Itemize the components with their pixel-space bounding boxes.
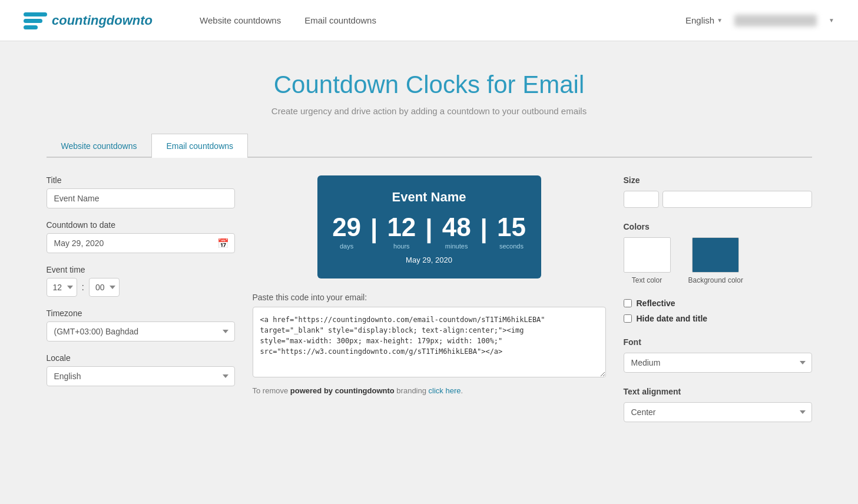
right-panel: Size Colors Text color Background color <box>624 175 812 436</box>
locale-select[interactable]: English French Spanish German <box>47 366 235 386</box>
svg-rect-0 <box>24 12 47 16</box>
reflective-checkbox-item: Reflective <box>624 299 812 308</box>
size-height-input[interactable] <box>662 191 812 208</box>
hour-select[interactable]: 12 1234 5678 91011 <box>47 278 77 297</box>
chevron-down-icon: ▼ <box>717 17 723 24</box>
event-time-group: Event time 12 1234 5678 91011 : 00153045 <box>47 265 235 297</box>
countdown-hours: 12 hours <box>380 214 423 250</box>
svg-rect-2 <box>24 25 38 29</box>
locale-group: Locale English French Spanish German <box>47 353 235 386</box>
language-dropdown[interactable]: English ▼ <box>685 15 723 25</box>
reflective-checkbox[interactable] <box>624 299 632 307</box>
font-section: Font Small Medium Large <box>624 337 812 373</box>
code-label: Paste this code into your email: <box>253 293 606 302</box>
reflective-label[interactable]: Reflective <box>637 299 675 308</box>
branding-note: To remove powered by countingdownto bran… <box>253 386 606 395</box>
countdown-preview: Event Name 29 days | 12 hours | 48 minut… <box>317 175 541 278</box>
hero-subtitle: Create urgency and drive action by addin… <box>12 106 846 116</box>
language-label: English <box>685 15 714 25</box>
svg-rect-1 <box>24 19 42 23</box>
tab-email-countdowns[interactable]: Email countdowns <box>151 134 248 158</box>
logo-text: countingdownto <box>52 13 153 28</box>
alignment-section: Text alignment Left Center Right <box>624 387 812 422</box>
countdown-date: May 29, 2020 <box>335 256 524 264</box>
nav-email-countdowns[interactable]: Email countdowns <box>304 15 376 25</box>
hide-date-checkbox[interactable] <box>624 314 632 323</box>
timezone-select[interactable]: (GMT+03:00) Baghdad (GMT+00:00) UTC (GMT… <box>47 321 235 341</box>
colors-label: Colors <box>624 222 812 231</box>
left-panel: Title Countdown to date 📅 Event time 12 … <box>47 175 235 436</box>
sep-3: | <box>481 214 488 241</box>
branding-link[interactable]: click here <box>429 386 461 395</box>
title-label: Title <box>47 175 235 185</box>
sep-1: | <box>370 214 377 241</box>
title-input[interactable] <box>47 188 235 208</box>
time-inputs: 12 1234 5678 91011 : 00153045 <box>47 278 235 297</box>
size-width-input[interactable] <box>624 191 659 208</box>
colors-section: Colors Text color Background color <box>624 222 812 284</box>
code-section: Paste this code into your email: <a href… <box>253 293 606 395</box>
text-color-group: Text color <box>624 237 671 284</box>
sep-2: | <box>425 214 432 241</box>
locale-label: Locale <box>47 353 235 363</box>
countdown-numbers: 29 days | 12 hours | 48 minutes | 15 sec… <box>335 214 524 250</box>
text-color-swatch[interactable] <box>624 237 671 273</box>
tab-website-countdowns[interactable]: Website countdowns <box>47 134 152 158</box>
date-label: Countdown to date <box>47 220 235 230</box>
hero-section: Countdown Clocks for Email Create urgenc… <box>0 41 858 134</box>
text-color-label: Text color <box>632 276 662 284</box>
header-right: English ▼ ▼ <box>685 15 834 26</box>
align-label: Text alignment <box>624 387 812 396</box>
font-select[interactable]: Small Medium Large <box>624 353 812 373</box>
nav-website-countdowns[interactable]: Website countdowns <box>200 15 281 25</box>
header-nav: Website countdowns Email countdowns <box>200 15 376 25</box>
time-separator: : <box>82 282 84 293</box>
tabs: Website countdowns Email countdowns <box>47 134 812 158</box>
content-area: Title Countdown to date 📅 Event time 12 … <box>23 175 836 460</box>
countdown-seconds: 15 seconds <box>490 214 533 250</box>
date-input[interactable] <box>47 233 235 253</box>
countdown-event-name: Event Name <box>335 190 524 205</box>
user-chevron-icon: ▼ <box>829 17 834 24</box>
user-menu[interactable] <box>734 15 817 26</box>
countdown-days: 29 days <box>325 214 368 250</box>
event-time-label: Event time <box>47 265 235 274</box>
bg-color-swatch[interactable] <box>692 237 739 273</box>
color-swatches: Text color Background color <box>624 237 812 284</box>
align-select[interactable]: Left Center Right <box>624 402 812 422</box>
options-section: Reflective Hide date and title <box>624 299 812 323</box>
font-label: Font <box>624 337 812 347</box>
minute-select[interactable]: 00153045 <box>89 278 120 297</box>
size-label: Size <box>624 175 812 185</box>
logo[interactable]: countingdownto <box>24 11 153 30</box>
hide-date-label[interactable]: Hide date and title <box>637 314 708 323</box>
middle-panel: Event Name 29 days | 12 hours | 48 minut… <box>253 175 606 436</box>
size-section: Size <box>624 175 812 208</box>
tabs-container: Website countdowns Email countdowns <box>23 134 836 158</box>
title-group: Title <box>47 175 235 208</box>
header: countingdownto Website countdowns Email … <box>0 0 858 41</box>
timezone-label: Timezone <box>47 309 235 318</box>
hero-title: Countdown Clocks for Email <box>12 71 846 99</box>
calendar-icon[interactable]: 📅 <box>217 238 229 249</box>
size-inputs <box>624 191 812 208</box>
date-input-wrapper: 📅 <box>47 233 235 253</box>
bg-color-group: Background color <box>688 237 743 284</box>
checkbox-group: Reflective Hide date and title <box>624 299 812 323</box>
countdown-minutes: 48 minutes <box>435 214 478 250</box>
logo-svg-icon <box>24 11 47 30</box>
bg-color-label: Background color <box>688 276 743 284</box>
code-textarea[interactable]: <a href="https://countingdownto.com/emai… <box>253 307 606 377</box>
timezone-group: Timezone (GMT+03:00) Baghdad (GMT+00:00)… <box>47 309 235 341</box>
date-group: Countdown to date 📅 <box>47 220 235 253</box>
hide-date-checkbox-item: Hide date and title <box>624 314 812 323</box>
